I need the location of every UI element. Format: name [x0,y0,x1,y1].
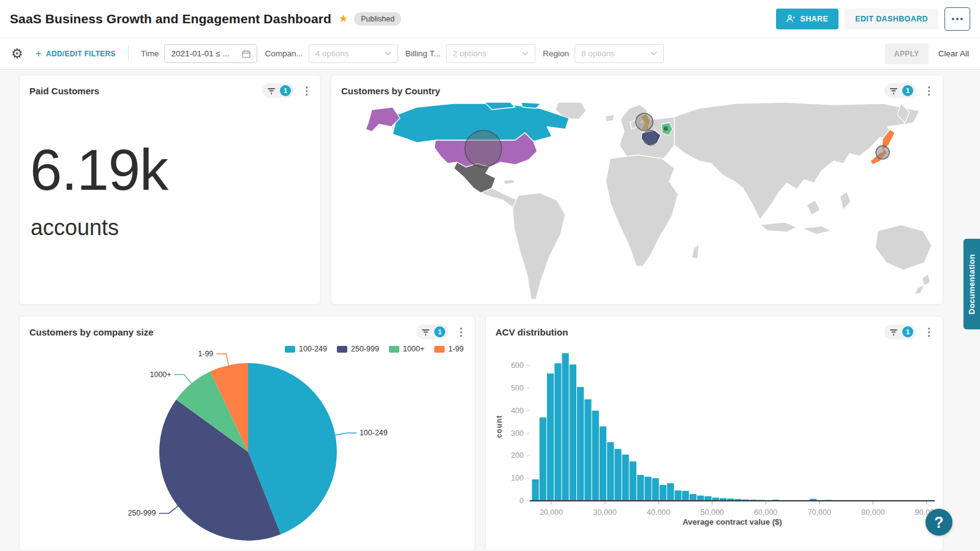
y-tick-label: 100 [511,474,524,482]
widget-title: Customers by company size [29,327,154,337]
help-button[interactable]: ? [925,509,952,536]
histogram-chart: 010020030040050060020,00030,00040,00050,… [486,343,943,551]
applied-filters-indicator[interactable]: 1 [884,83,916,98]
company-size-select[interactable]: 4 options [309,44,398,63]
applied-filters-indicator[interactable]: 1 [262,83,294,98]
widget-menu-icon[interactable]: ⋮ [456,326,466,339]
histogram-bar[interactable] [554,363,561,501]
billing-term-select[interactable]: 2 options [446,44,535,63]
histogram-bar[interactable] [540,418,546,501]
histogram-bar[interactable] [637,475,644,501]
applied-filters-indicator[interactable]: 1 [884,324,916,339]
x-tick-label: 80,000 [861,508,884,517]
apply-button[interactable]: APPLY [885,43,929,64]
histogram-bar[interactable] [570,364,576,501]
map-land-asia [674,102,919,220]
time-range-value: 2021-01-01 ≤ ... [171,49,229,58]
clear-all-button[interactable]: Clear All [938,49,969,58]
histogram-bar[interactable] [660,485,666,501]
filter-label-company: Compan... [265,49,303,58]
widget-menu-icon[interactable]: ⋮ [924,84,934,97]
filter-icon [889,328,898,336]
world-map [331,102,943,305]
applied-filters-indicator[interactable]: 1 [417,324,448,339]
widget-title: Customers by Country [341,86,440,96]
histogram-bar[interactable] [584,399,591,501]
x-tick-label: 50,000 [701,508,724,517]
histogram-bar[interactable] [697,496,704,501]
x-tick-label: 70,000 [808,508,831,517]
histogram-bar[interactable] [622,455,629,501]
big-number-value: 6.19k [30,141,320,199]
y-axis-title: count [495,415,503,438]
map-land-caribbean [503,179,515,184]
map-bubble-uk[interactable] [636,113,653,130]
map-bubble-france[interactable] [643,130,658,145]
edit-dashboard-button[interactable]: EDIT DASHBOARD [845,9,938,29]
add-edit-filters-label: ADD/EDIT FILTERS [46,50,116,58]
filter-count-badge: 1 [280,85,291,96]
status-badge: Published [354,12,401,26]
filter-icon [267,87,276,95]
widget-menu-icon[interactable]: ⋮ [924,326,934,339]
pie-slice-label: 250-999 [128,509,156,517]
histogram-bar[interactable] [614,449,621,501]
widget-menu-icon[interactable]: ⋮ [301,84,312,97]
histogram-bar[interactable] [682,491,689,501]
x-tick-label: 20,000 [540,508,563,517]
map-bubble-japan[interactable] [876,146,889,159]
map-bubble-usa[interactable] [465,130,502,167]
histogram-bar[interactable] [577,387,584,501]
histogram-bar[interactable] [630,462,636,501]
share-button[interactable]: SHARE [776,9,839,29]
help-button-label: ? [934,514,943,531]
histogram-bar[interactable] [644,477,651,501]
filter-icon [421,328,430,336]
gear-icon[interactable]: ⚙ [11,47,23,61]
histogram-bar[interactable] [600,427,606,501]
filter-label-region: Region [543,49,569,58]
histogram-bar[interactable] [592,411,599,501]
big-number-unit: accounts [31,215,320,241]
y-tick-label: 400 [511,407,524,415]
map-land-indonesia-east [802,226,831,234]
chevron-down-icon [650,51,657,56]
filter-group-region: Region 8 options [543,44,664,63]
pie-slice-label: 1-99 [198,350,213,358]
histogram-bar[interactable] [532,479,539,501]
dashboard-page: SaaS Business Growth and Engagement Dash… [0,0,980,551]
histogram-bar[interactable] [607,442,614,501]
pie-callout-line [159,506,178,514]
map-land-philippines [840,192,851,210]
histogram-bar[interactable] [690,494,696,501]
map-land-australia [875,225,932,270]
histogram-bar[interactable] [562,353,569,501]
y-tick-label: 500 [511,384,524,392]
map-land-malaysia [807,200,820,215]
more-actions-button[interactable] [944,7,970,31]
histogram-bar[interactable] [704,497,711,501]
histogram-bar[interactable] [667,483,674,501]
pie-slice-label: 100-249 [360,429,388,437]
histogram-bar[interactable] [652,478,659,501]
region-select[interactable]: 8 options [575,44,664,63]
map-land-madagascar [692,244,699,259]
map-country-mexico[interactable] [454,162,496,193]
documentation-tab[interactable]: Documentation [963,239,980,329]
divider [128,46,129,62]
widget-acv-distribution: ACV distribution 1 ⋮ 0100200300400500600… [485,316,943,551]
pie-callout-line [335,433,356,435]
add-edit-filters-button[interactable]: + ADD/EDIT FILTERS [36,48,116,59]
time-range-input[interactable]: 2021-01-01 ≤ ... [164,44,257,63]
map-bubble-germany[interactable] [664,127,668,131]
favorite-star-icon[interactable]: ★ [339,12,348,25]
filter-label-time: Time [141,49,159,58]
histogram-bar[interactable] [547,373,554,501]
documentation-tab-label: Documentation [967,254,976,315]
app-header: SaaS Business Growth and Engagement Dash… [0,0,980,38]
filter-count-badge: 1 [902,85,913,96]
filter-group-company: Compan... 4 options [265,44,398,63]
x-tick-label: 60,000 [754,508,777,517]
chevron-down-icon [522,51,529,56]
histogram-bar[interactable] [674,490,681,501]
